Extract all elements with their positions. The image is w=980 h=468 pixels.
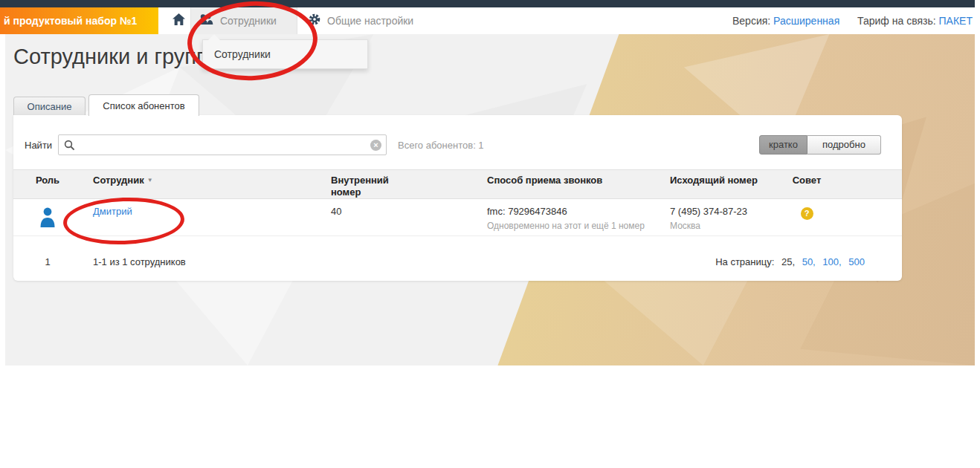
call-method-value: fmc: 79296473846 bbox=[487, 206, 659, 217]
nav-item-settings[interactable]: Общие настройки bbox=[303, 7, 413, 34]
dropdown-item-employees[interactable]: Сотрудники bbox=[203, 40, 367, 68]
table-header-row: Роль Сотрудник▼ Внутренний номер Способ … bbox=[13, 169, 902, 199]
nav-item-employees-label: Сотрудники bbox=[220, 15, 277, 27]
tab-description[interactable]: Описание bbox=[13, 97, 86, 116]
header-role: Роль bbox=[13, 175, 82, 198]
per-page-current: 25, bbox=[781, 256, 795, 267]
version-link[interactable]: Расширенная bbox=[773, 15, 839, 27]
page-title: Сотрудники и группы bbox=[13, 45, 224, 69]
cell-internal-number: 40 bbox=[320, 206, 476, 235]
employee-link[interactable]: Дмитрий bbox=[93, 206, 132, 217]
page-root: й продуктовый набор №1 Сотрудники bbox=[0, 0, 980, 468]
outgoing-number-value: 7 (495) 374-87-23 bbox=[670, 206, 773, 217]
clear-search-icon[interactable]: × bbox=[370, 140, 381, 151]
nav-item-employees[interactable]: Сотрудники bbox=[190, 7, 297, 34]
per-page-label: На страницу: bbox=[715, 256, 774, 267]
dropdown-caret-icon bbox=[208, 34, 220, 40]
nav-item-settings-label: Общие настройки bbox=[327, 15, 413, 27]
product-set-badge: й продуктовый набор №1 bbox=[0, 7, 158, 34]
tariff-label: Тариф на связь: bbox=[857, 15, 936, 27]
header-bar: й продуктовый набор №1 Сотрудники bbox=[0, 7, 975, 34]
view-toggle: кратко подробно bbox=[759, 135, 881, 155]
employee-icon bbox=[39, 207, 56, 230]
header-internal-label: Внутренний номер bbox=[331, 175, 402, 198]
header-advice: Совет bbox=[773, 175, 840, 198]
cell-call-method: fmc: 79296473846 Одновременно на этот и … bbox=[476, 206, 659, 235]
account-info: Версия: Расширенная Тариф на связь: ПАКЕ… bbox=[732, 7, 975, 34]
employees-dropdown: Сотрудники bbox=[202, 39, 368, 69]
table-row: Дмитрий 40 fmc: 79296473846 Одновременно… bbox=[13, 199, 902, 236]
cell-advice: ? bbox=[773, 206, 840, 235]
per-page-link-50[interactable]: 50, bbox=[802, 256, 816, 267]
find-label: Найти bbox=[25, 140, 52, 151]
brief-view-button[interactable]: кратко bbox=[759, 135, 807, 155]
search-box: × bbox=[58, 134, 387, 155]
detailed-view-button[interactable]: подробно bbox=[807, 135, 881, 155]
header-internal-number: Внутренний номер bbox=[320, 175, 476, 198]
total-subscribers-text: Всего абонентов: 1 bbox=[398, 140, 484, 151]
header-employee-label: Сотрудник bbox=[93, 175, 144, 186]
home-icon bbox=[173, 13, 185, 28]
outgoing-number-note: Москва bbox=[670, 221, 773, 231]
cell-employee: Дмитрий bbox=[82, 206, 320, 235]
cell-outgoing-number: 7 (495) 374-87-23 Москва bbox=[659, 206, 773, 235]
gear-icon bbox=[309, 13, 320, 28]
search-icon bbox=[64, 140, 75, 154]
call-method-note: Одновременно на этот и ещё 1 номер bbox=[487, 221, 659, 231]
version-label: Версия: bbox=[732, 15, 770, 27]
cell-role bbox=[13, 206, 82, 235]
sort-desc-icon: ▼ bbox=[147, 177, 153, 183]
per-page-link-500[interactable]: 500 bbox=[848, 256, 865, 267]
tariff-link[interactable]: ПАКЕТ 3 bbox=[939, 15, 976, 27]
header-employee[interactable]: Сотрудник▼ bbox=[82, 175, 320, 198]
people-icon bbox=[198, 14, 213, 27]
home-button[interactable] bbox=[167, 7, 190, 34]
tab-subscriber-list[interactable]: Список абонентов bbox=[88, 94, 199, 116]
search-input[interactable] bbox=[80, 136, 362, 154]
top-strip bbox=[0, 0, 975, 7]
per-page-selector: На страницу: 25, 50, 100, 500 bbox=[715, 256, 865, 267]
header-call-method: Способ приема звонков bbox=[476, 175, 659, 198]
pagination-summary: 1-1 из 1 сотрудников bbox=[93, 256, 186, 267]
subscribers-panel: Найти × Всего абонентов: 1 кратко подроб… bbox=[13, 115, 902, 281]
per-page-link-100[interactable]: 100, bbox=[822, 256, 841, 267]
header-outgoing-number: Исходящий номер bbox=[659, 175, 773, 198]
current-page-number: 1 bbox=[13, 256, 82, 267]
question-icon[interactable]: ? bbox=[801, 207, 813, 220]
pagination-bar: 1 1-1 из 1 сотрудников На страницу: 25, … bbox=[13, 237, 902, 280]
